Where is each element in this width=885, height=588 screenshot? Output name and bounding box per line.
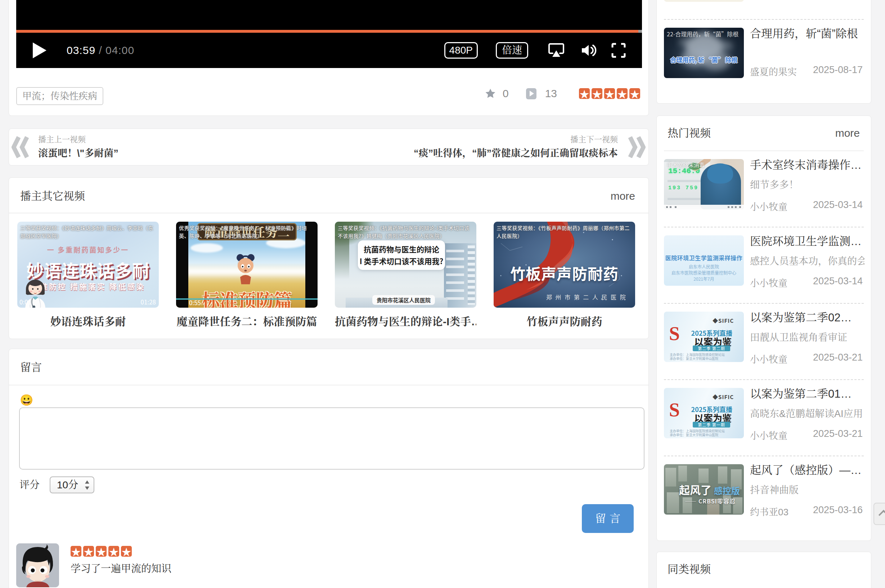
emoji-btn[interactable]: 😀 — [20, 394, 33, 406]
fav-count: 0 — [503, 87, 509, 100]
hot-item-1[interactable]: 15:46:0 193 759 手术室终末消毒 手术室终末消毒操作… 细节多多！… — [664, 151, 864, 227]
video-item-2[interactable]: 魔童降世任务二 优秀奖获奖视频：《魔童降世任务二：标准预防篇》时培英、陈峥、李李… — [176, 222, 317, 328]
submit-comment[interactable]: 留言 — [582, 504, 634, 533]
hot-more[interactable]: more — [835, 127, 860, 139]
player-card: 03:59 / 04:00 480P 倍速 — [9, 0, 649, 116]
video-item-1[interactable]: 三等奖获奖视频：《妙语连珠话多耐》周峻云、李亚晗（东部战区空军医院） 一 多重耐… — [17, 222, 159, 328]
speed[interactable]: 倍速 — [496, 42, 528, 58]
comment-input[interactable] — [19, 407, 645, 470]
more-link[interactable]: more — [611, 190, 635, 202]
fav-icon — [485, 88, 496, 99]
progress-bar — [16, 30, 642, 33]
uploader-videos-card: 播主其它视频 more 三等奖获奖视频：《妙语连珠话多耐》周峻云、李亚晗（东部战… — [9, 177, 649, 339]
similar-card: 同类视频 — [657, 552, 871, 588]
similar-title: 同类视频 — [667, 562, 860, 576]
related-card: 22-合理用药，斩“菌”除根 合理用药, 斩 “菌” 除根 合理用药，斩“菌”除… — [657, 0, 871, 104]
comment-card: 留言 😀 评分 10分 留言 — [9, 349, 649, 588]
video-play-page: 03:59 / 04:00 480P 倍速 — [0, 0, 885, 588]
hot-item-4[interactable]: S ◆SIFIC 2025系列直播 以案为鉴 第二季 第一期 主办单位：上海国际… — [664, 380, 864, 456]
video-item-4[interactable]: 三等奖获奖视频：《竹板声声防耐药》周丽娜（郑州市第二人民医院） 竹板声声防耐药 … — [494, 222, 635, 328]
video-item-3[interactable]: 三等奖获奖视频：《抗菌药物与医生的辩论-I类手术切口该不该用我?》韩健梅（贵阳市… — [335, 222, 476, 328]
play-count: 13 — [545, 87, 557, 100]
hot-title: 热门视频 — [667, 126, 860, 140]
time: 03:59 / 04:00 — [67, 44, 134, 57]
next-video[interactable]: 播主下一视频 “痰”吐得体，“肺”常健康之如何正确留取痰标本 — [414, 134, 618, 160]
player-controls: 03:59 / 04:00 480P 倍速 — [16, 33, 642, 68]
hot-item-3[interactable]: S ◆SIFIC 2025系列直播 以案为鉴 第二季 第二期 主办单位：上海国际… — [664, 304, 864, 380]
score-select[interactable]: 10分 — [50, 477, 94, 494]
quality[interactable]: 480P — [444, 42, 478, 58]
airplay — [548, 42, 565, 58]
hot-item-5[interactable]: 起风了 感控版 —— CRBSI零容忍 起风了（感控版）—… 抖音神曲版 约书亚… — [664, 456, 864, 532]
rel-item-0 — [664, 0, 864, 20]
rating: ★★★★★ — [577, 88, 640, 99]
hot-card: 热门视频 more 15:46:0 193 759 手术室终末消毒 手术室终末消… — [657, 116, 871, 541]
fullscreen — [611, 42, 626, 58]
tag-row: 甲流；传染性疾病 0 13 ★★★★★ — [16, 87, 641, 105]
rel-item-1[interactable]: 22-合理用药，斩“菌”除根 合理用药, 斩 “菌” 除根 合理用药，斩“菌”除… — [664, 20, 864, 96]
play-button[interactable] — [33, 42, 47, 58]
prev-next-card: 播主上一视频 滚蛋吧！\"多耐菌” 播主下一视频 “痰”吐得体，“肺”常健康之如… — [9, 129, 649, 165]
prev-video[interactable]: 播主上一视频 滚蛋吧！\"多耐菌” — [38, 134, 119, 160]
hot-item-2[interactable]: 医院环境卫生学监测采样操作 启东市人民医院启东市医院感染管理质量控制中心2021… — [664, 227, 864, 304]
video-player: 03:59 / 04:00 480P 倍速 — [16, 0, 642, 68]
comment-title: 留言 — [20, 360, 637, 375]
sec-title: 播主其它视频 — [20, 189, 637, 204]
back-to-top[interactable] — [873, 503, 885, 525]
volume — [580, 42, 597, 58]
video-area — [16, 0, 642, 30]
score-label: 评分 — [20, 477, 40, 491]
tag[interactable]: 甲流；传染性疾病 — [16, 87, 103, 105]
play-icon — [526, 88, 536, 99]
